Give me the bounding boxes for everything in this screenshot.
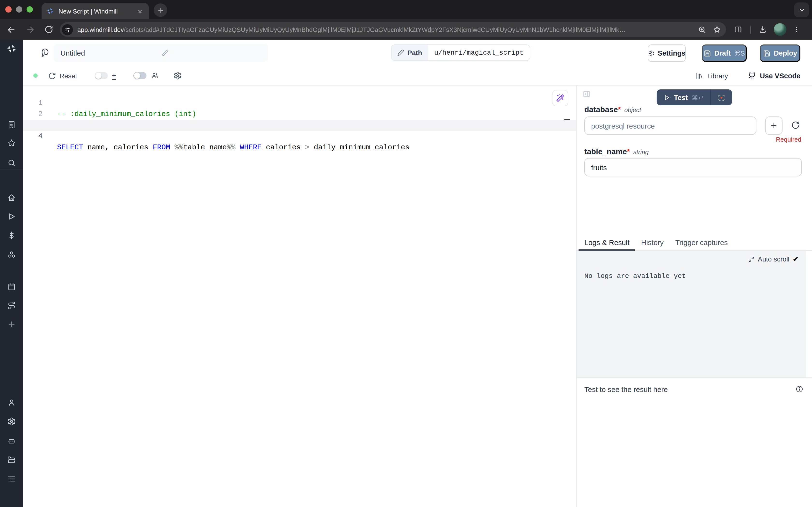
settings-button[interactable]: Settings [648, 45, 686, 62]
sidebar-item-home[interactable] [7, 193, 16, 202]
url-path: /scripts/add#JTdCJTIyaGFzaCUyMiUzQSUyMiU… [124, 26, 626, 33]
people-icon [151, 71, 159, 80]
collapse-panel-icon[interactable] [582, 90, 591, 98]
sidebar-item-create[interactable] [7, 320, 16, 329]
tab-logs-result[interactable]: Logs & Result [579, 234, 635, 250]
minimize-window-button[interactable] [16, 6, 22, 12]
url-bar[interactable]: app.windmill.dev/scripts/add#JTdCJTIyaGF… [60, 22, 726, 37]
sidebar-item-search[interactable] [7, 159, 16, 167]
bookmark-star-icon[interactable] [713, 25, 721, 34]
close-tab-icon[interactable]: × [136, 7, 144, 15]
windmill-logo-icon[interactable] [6, 44, 17, 54]
capture-target-icon [718, 94, 726, 101]
table-name-input[interactable] [584, 158, 802, 176]
required-asterisk: * [627, 148, 630, 156]
tab-search-button[interactable] [794, 2, 809, 17]
zoom-page-icon[interactable] [698, 25, 706, 34]
github-icon [748, 72, 756, 79]
auto-scroll-control[interactable]: Auto scroll ✔ [748, 255, 799, 263]
sidebar-item-favorites[interactable] [7, 139, 16, 148]
sidebar-item-resources[interactable] [7, 251, 16, 260]
deploy-label: Deploy [774, 49, 797, 57]
refresh-icon [48, 72, 56, 79]
edit-name-pencil-icon[interactable] [162, 49, 263, 57]
browser-chrome: New Script | Windmill × [0, 0, 812, 40]
sidebar-item-variables[interactable] [7, 231, 16, 240]
code-line-active[interactable]: 4 SELECT name, calories FROM %%table_nam… [23, 120, 576, 131]
download-icon[interactable] [758, 25, 767, 34]
script-name-value: Untitled [60, 49, 162, 57]
content-area: 1 -- :daily_minimum_calories (int) 2 -- … [23, 86, 812, 507]
multiplayer-toggle[interactable] [133, 72, 147, 79]
sidebar-item-settings[interactable] [7, 417, 16, 426]
code-line[interactable]: 1 -- :daily_minimum_calories (int) [23, 87, 576, 98]
forward-icon[interactable] [25, 25, 35, 34]
result-placeholder: Test to see the result here [584, 385, 668, 393]
sidebar-item-schedules[interactable] [7, 282, 16, 291]
script-name-input[interactable]: Untitled [54, 44, 268, 62]
draft-button[interactable]: Draft ⌘S [702, 45, 747, 62]
tab-trigger-captures[interactable]: Trigger captures [670, 234, 734, 250]
sidebar-item-workers[interactable] [7, 437, 16, 445]
new-tab-button[interactable] [154, 3, 167, 17]
required-asterisk: * [618, 105, 621, 114]
refresh-resources-button[interactable] [791, 121, 800, 129]
field-type: string [633, 149, 649, 156]
zoom-window-button[interactable] [26, 6, 33, 12]
diff-toggle[interactable] [95, 72, 108, 79]
path-label: Path [407, 49, 422, 57]
overview-ruler-mark [564, 119, 570, 120]
capture-button[interactable] [711, 90, 732, 105]
url-host: app.windmill.dev [77, 26, 124, 33]
sidebar-item-users[interactable] [7, 398, 16, 407]
library-button[interactable]: Library [696, 72, 728, 79]
browser-menu-icon[interactable] [793, 25, 800, 33]
add-resource-button[interactable] [765, 116, 782, 135]
required-note: Required [776, 136, 801, 143]
reset-button[interactable]: Reset [48, 72, 77, 79]
sql-statement: SELECT name, calories FROM %%table_name%… [57, 142, 409, 153]
save-icon [704, 50, 711, 57]
code-editor[interactable]: 1 -- :daily_minimum_calories (int) 2 -- … [23, 86, 576, 507]
refresh-icon [791, 121, 800, 129]
field-type: object [624, 106, 641, 114]
editor-toolbar: Reset ± Library Use VScode [23, 66, 812, 86]
sidebar-item-workspaces[interactable] [7, 120, 16, 129]
windmill-app: Untitled Path u/henri/magical_script Set… [0, 40, 812, 507]
test-button[interactable]: Test ⌘↵ [656, 90, 710, 105]
settings-label: Settings [658, 49, 685, 57]
code-line[interactable]: 3 [23, 109, 576, 120]
sidebar-item-folders[interactable] [7, 456, 16, 464]
status-dot [33, 73, 38, 78]
use-vscode-button[interactable]: Use VScode [748, 72, 800, 79]
path-label-section: Path [392, 45, 428, 60]
screen: New Script | Windmill × [0, 0, 812, 507]
panel-tabs: Logs & Result History Trigger captures [577, 234, 812, 251]
sidebar-item-triggers[interactable] [7, 301, 16, 310]
url-text: app.windmill.dev/scripts/add#JTdCJTIyaGF… [77, 26, 691, 33]
toolbar-divider [750, 25, 751, 34]
browser-tab[interactable]: New Script | Windmill × [42, 3, 149, 19]
path-chip[interactable]: Path u/henri/magical_script [391, 45, 530, 61]
back-icon[interactable] [7, 25, 16, 34]
sidebar-item-runs[interactable] [7, 212, 16, 221]
result-area: Test to see the result here [577, 378, 812, 507]
site-settings-icon[interactable] [62, 24, 73, 35]
side-panel-icon[interactable] [734, 25, 742, 34]
tab-history[interactable]: History [635, 234, 670, 250]
ai-generate-button[interactable] [552, 90, 568, 106]
profile-avatar[interactable] [774, 23, 787, 36]
editor-settings-icon[interactable] [174, 71, 182, 80]
library-label: Library [707, 72, 728, 79]
close-window-button[interactable] [5, 6, 12, 12]
draft-shortcut: ⌘S [734, 49, 745, 57]
logs-empty-message: No logs are available yet [584, 272, 686, 280]
database-resource-select[interactable] [584, 116, 756, 135]
deploy-button[interactable]: Deploy [760, 45, 800, 62]
sidebar-item-audit-logs[interactable] [7, 474, 16, 483]
edit-path-pencil-icon [397, 49, 404, 56]
reload-icon[interactable] [45, 25, 53, 34]
info-icon[interactable] [796, 385, 803, 393]
code-line[interactable]: 2 -- %%table_name%% fruits/vegetables/ce… [23, 98, 576, 109]
run-panel: Test ⌘↵ database*object Required [576, 86, 812, 507]
